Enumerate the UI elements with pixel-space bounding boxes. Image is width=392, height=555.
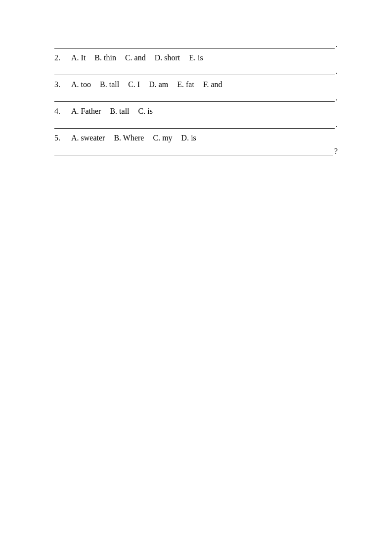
question-4-block: 4. A. Father B. tall C. is [54,107,338,116]
question-3-option-a: A. too [71,80,91,89]
question-5-options: 5. A. sweater B. Where C. my D. is [54,134,338,142]
answer-line-4-row: . [54,120,338,129]
question-3-option-c: C. I [128,80,140,89]
line-end-3: . [336,94,338,102]
question-5-option-b: B. Where [114,134,144,142]
question-4-options: 4. A. Father B. tall C. is [54,107,338,116]
question-2-option-c: C. and [125,53,146,62]
answer-line-2-row: . [54,66,338,75]
answer-line-5 [54,146,333,155]
page: . 2. A. It B. thin C. and D. short E. is… [0,0,392,555]
answer-line-3 [54,93,335,102]
answer-line-1 [54,40,335,48]
question-5-option-c: C. my [153,134,172,142]
question-2-option-d: D. short [155,53,180,62]
question-5-option-d: D. is [181,134,196,142]
answer-line-5-row: ? [54,146,338,155]
question-2-options: 2. A. It B. thin C. and D. short E. is [54,53,338,62]
question-3-number: 3. [54,80,60,89]
answer-line-1-row: . [54,40,338,48]
question-3-option-e: E. fat [177,80,194,89]
question-4-option-a: A. Father [71,107,101,116]
question-3-block: 3. A. too B. tall C. I D. am E. fat F. a… [54,80,338,89]
question-3-options: 3. A. too B. tall C. I D. am E. fat F. a… [54,80,338,89]
question-2-number: 2. [54,53,60,62]
answer-line-3-row: . [54,93,338,102]
question-5-block: 5. A. sweater B. Where C. my D. is [54,134,338,142]
line-end-5: ? [334,147,338,155]
question-4-option-b: B. tall [110,107,129,116]
answer-line-4 [54,120,335,129]
line-end-4: . [336,121,338,129]
question-5-number: 5. [54,134,60,142]
question-2-block: 2. A. It B. thin C. and D. short E. is [54,53,338,62]
question-5-option-a: A. sweater [71,134,105,142]
question-4-number: 4. [54,107,60,116]
line-end-2: . [336,67,338,75]
question-3-option-d: D. am [149,80,168,89]
question-2-option-e: E. is [189,53,203,62]
line-end-1: . [336,41,338,48]
question-2-option-a: A. It [71,53,86,62]
answer-line-2 [54,66,335,75]
question-4-option-c: C. is [138,107,153,116]
question-3-option-b: B. tall [100,80,119,89]
question-3-option-f: F. and [203,80,222,89]
question-2-option-b: B. thin [94,53,116,62]
